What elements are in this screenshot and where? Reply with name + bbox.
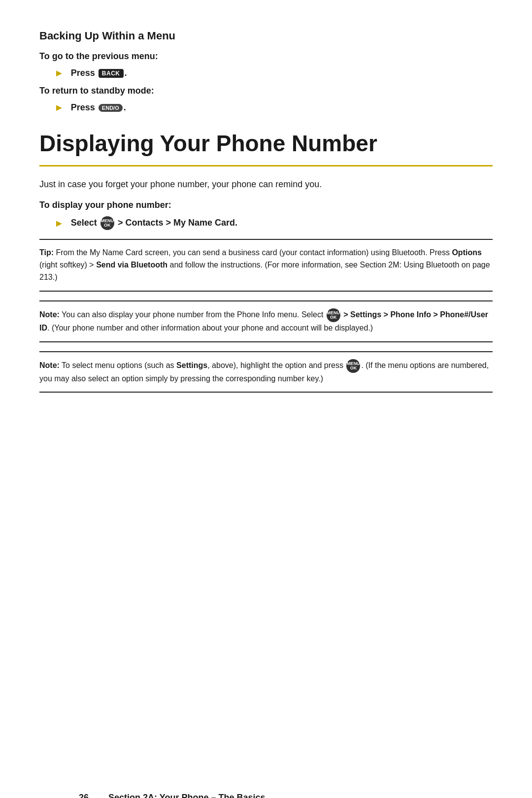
note2-text: Note: To select menu options (such as Se… bbox=[39, 359, 493, 385]
press-end-row: ► Press END/O. bbox=[54, 102, 493, 113]
section-divider bbox=[39, 165, 493, 166]
displaying-heading: Displaying Your Phone Number bbox=[39, 131, 493, 156]
displaying-body: Just in case you forget your phone numbe… bbox=[39, 177, 493, 192]
displaying-section: Displaying Your Phone Number Just in cas… bbox=[39, 131, 493, 393]
note1-label: Note: bbox=[39, 310, 60, 319]
press-back-text: Press BACK. bbox=[71, 68, 127, 78]
arrow-bullet-2: ► bbox=[54, 102, 64, 113]
menu-ok-badge: MENUOK bbox=[100, 216, 114, 230]
note1-menu-badge: MENUOK bbox=[327, 308, 340, 322]
back-key-badge: BACK bbox=[99, 69, 124, 78]
arrow-bullet-3: ► bbox=[54, 218, 64, 229]
footer: 26 Section 2A: Your Phone – The Basics bbox=[79, 793, 453, 798]
footer-section-label: Section 2A: Your Phone – The Basics bbox=[108, 793, 265, 798]
press-back-row: ► Press BACK. bbox=[54, 67, 493, 79]
tip-box: Tip: From the My Name Card screen, you c… bbox=[39, 239, 493, 291]
instruction1-label: To go to the previous menu: bbox=[39, 51, 493, 62]
instruction2-label: To return to standby mode: bbox=[39, 86, 493, 96]
tip-label: Tip: bbox=[39, 248, 54, 257]
footer-page-number: 26 bbox=[79, 793, 89, 798]
note2-box: Note: To select menu options (such as Se… bbox=[39, 351, 493, 393]
note1-text: Note: You can also display your phone nu… bbox=[39, 308, 493, 334]
press-end-text: Press END/O. bbox=[71, 102, 126, 113]
tip-text: Tip: From the My Name Card screen, you c… bbox=[39, 247, 493, 283]
arrow-bullet-1: ► bbox=[54, 67, 64, 79]
select-instruction-text: Select MENUOK > Contacts > My Name Card. bbox=[71, 216, 237, 230]
note2-label: Note: bbox=[39, 361, 60, 369]
note2-menu-badge: MENUOK bbox=[346, 359, 360, 373]
select-bullet-row: ► Select MENUOK > Contacts > My Name Car… bbox=[54, 216, 493, 230]
end-key-badge: END/O bbox=[99, 104, 123, 112]
backing-up-section: Backing Up Within a Menu To go to the pr… bbox=[39, 30, 493, 113]
note1-box: Note: You can also display your phone nu… bbox=[39, 300, 493, 342]
tip-options: Options bbox=[452, 248, 481, 257]
tip-send: Send via Bluetooth bbox=[96, 261, 167, 269]
note2-settings: Settings bbox=[176, 361, 207, 369]
display-instruction-label: To display your phone number: bbox=[39, 200, 493, 210]
backing-up-heading: Backing Up Within a Menu bbox=[39, 30, 493, 42]
